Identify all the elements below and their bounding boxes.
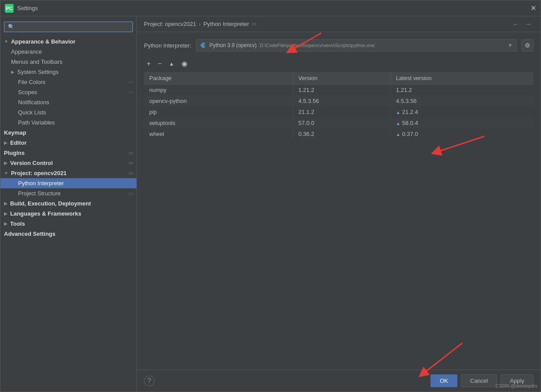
- sidebar-item-label: Advanced Settings: [4, 231, 133, 237]
- update-icon: ▲: [396, 110, 401, 115]
- expand-icon: ▶: [4, 211, 7, 216]
- show-package-button[interactable]: ◉: [179, 59, 190, 69]
- col-version[interactable]: Version: [293, 72, 390, 84]
- python-icon: [200, 42, 207, 49]
- package-latest: ▲21.2.4: [390, 106, 534, 117]
- sidebar-item-label: Tools: [10, 220, 133, 227]
- package-version: 0.36.2: [293, 128, 390, 139]
- packages-toolbar: + − ▲ ◉: [144, 59, 534, 69]
- table-row[interactable]: wheel0.36.2▲0.37.0: [144, 128, 534, 139]
- packages-table-body: numpy1.21.21.21.2opencv-python4.5.3.564.…: [144, 84, 534, 140]
- sidebar-item-notifications[interactable]: Notifications: [0, 97, 136, 107]
- nav-back-button[interactable]: ←: [511, 20, 521, 28]
- table-row[interactable]: numpy1.21.21.21.2: [144, 84, 534, 96]
- sidebar-item-label: Quick Lists: [18, 109, 133, 116]
- package-latest: 1.21.2: [390, 84, 534, 96]
- table-row[interactable]: setuptools57.0.0▲58.0.4: [144, 117, 534, 128]
- sidebar-item-label: Editor: [10, 139, 133, 146]
- sidebar-settings-icon: ▭: [129, 79, 133, 85]
- sidebar-item-advanced-settings[interactable]: Advanced Settings: [0, 229, 136, 239]
- expand-icon: ▶: [4, 201, 7, 206]
- help-button[interactable]: ?: [144, 376, 155, 386]
- sidebar-item-label: File Colors: [18, 79, 127, 85]
- sidebar-item-label: Path Variables: [18, 119, 133, 126]
- sidebar-item-python-interpreter[interactable]: Python Interpreter▭: [0, 178, 136, 188]
- interpreter-value: Python 3.9 (opencv) D:\CodeFile\pycharm\…: [210, 42, 506, 48]
- interpreter-select-display[interactable]: Python 3.9 (opencv) D:\CodeFile\pycharm\…: [196, 39, 517, 51]
- sidebar-item-appearance[interactable]: Appearance: [0, 47, 136, 57]
- sidebar-item-path-variables[interactable]: Path Variables: [0, 117, 136, 128]
- package-latest: ▲0.37.0: [390, 128, 534, 139]
- breadcrumb-separator: ›: [199, 21, 201, 27]
- search-input[interactable]: [4, 22, 133, 32]
- sidebar-item-quick-lists[interactable]: Quick Lists: [0, 107, 136, 117]
- watermark: CSDN @steveqobs: [495, 383, 537, 388]
- breadcrumb-icon: ▭: [252, 21, 256, 27]
- sidebar-item-label: Notifications: [18, 99, 133, 106]
- ok-button[interactable]: OK: [431, 374, 457, 387]
- table-row[interactable]: opencv-python4.5.3.564.5.3.56: [144, 95, 534, 106]
- sidebar-settings-icon: ▭: [129, 150, 133, 156]
- sidebar-item-plugins[interactable]: Plugins▭: [0, 148, 136, 158]
- sidebar-item-label: Plugins: [4, 150, 127, 156]
- breadcrumb-project[interactable]: Project: opencv2021: [144, 21, 196, 27]
- sidebar-item-languages-frameworks[interactable]: ▶Languages & Frameworks: [0, 209, 136, 219]
- breadcrumb-nav: ← →: [511, 20, 534, 28]
- right-panel: Project: opencv2021 › Python Interpreter…: [137, 16, 541, 392]
- cancel-button[interactable]: Cancel: [461, 374, 497, 387]
- interpreter-label: Python Interpreter:: [144, 42, 191, 49]
- window-title: Settings: [17, 5, 38, 11]
- nav-forward-button[interactable]: →: [523, 20, 534, 28]
- sidebar-item-label: Menus and Toolbars: [11, 59, 133, 65]
- package-version: 4.5.3.56: [293, 95, 390, 106]
- sidebar-item-label: Scopes: [18, 89, 127, 95]
- sidebar-item-menus-toolbars[interactable]: Menus and Toolbars: [0, 57, 136, 67]
- sidebar-item-file-colors[interactable]: File Colors▭: [0, 77, 136, 87]
- sidebar-item-version-control[interactable]: ▶Version Control▭: [0, 158, 136, 168]
- package-version: 21.1.2: [293, 106, 390, 117]
- breadcrumb-page[interactable]: Python Interpreter: [203, 21, 249, 27]
- sidebar-item-tools[interactable]: ▶Tools: [0, 219, 136, 229]
- interpreter-settings-button[interactable]: ⚙: [521, 39, 534, 51]
- sidebar-item-system-settings[interactable]: ▶System Settings: [0, 67, 136, 77]
- interpreter-row: Python Interpreter: Python 3.9 (opencv) …: [144, 39, 534, 51]
- package-name: pip: [144, 106, 293, 117]
- update-icon: ▲: [396, 121, 401, 126]
- sidebar-item-label: System Settings: [17, 69, 133, 75]
- sidebar-item-label: Project Structure: [18, 190, 127, 197]
- expand-icon: ▶: [4, 161, 7, 165]
- sidebar-item-label: Appearance: [11, 48, 133, 55]
- expand-icon: ▶: [4, 221, 7, 226]
- breadcrumb-bar: Project: opencv2021 › Python Interpreter…: [137, 16, 541, 32]
- dropdown-arrow-icon: ▼: [508, 42, 513, 48]
- col-latest[interactable]: Latest version: [390, 72, 534, 84]
- package-version: 57.0.0: [293, 117, 390, 128]
- expand-icon: ▼: [4, 171, 8, 176]
- add-package-button[interactable]: +: [144, 59, 153, 69]
- sidebar-item-project-opencv2021[interactable]: ▼Project: opencv2021▭: [0, 168, 136, 178]
- close-button[interactable]: ✕: [530, 4, 536, 12]
- package-latest: 4.5.3.56: [390, 95, 534, 106]
- bottom-bar: ? OK Cancel Apply: [137, 370, 541, 392]
- package-name: setuptools: [144, 117, 293, 128]
- search-box[interactable]: [4, 22, 133, 32]
- sidebar-item-label: Project: opencv2021: [11, 170, 127, 176]
- remove-package-button[interactable]: −: [155, 59, 164, 69]
- sidebar-item-build-execution-deployment[interactable]: ▶Build, Execution, Deployment: [0, 198, 136, 209]
- package-name: opencv-python: [144, 95, 293, 106]
- table-row[interactable]: pip21.1.2▲21.2.4: [144, 106, 534, 117]
- col-package[interactable]: Package: [144, 72, 293, 84]
- app-icon: PC: [5, 4, 14, 13]
- sidebar-item-scopes[interactable]: Scopes▭: [0, 87, 136, 97]
- package-name: numpy: [144, 84, 293, 96]
- sidebar-item-project-structure[interactable]: Project Structure▭: [0, 188, 136, 198]
- expand-icon: ▶: [11, 70, 15, 74]
- titlebar: PC Settings ✕: [0, 0, 541, 16]
- sidebar-item-appearance-behavior[interactable]: ▼Appearance & Behavior: [0, 37, 136, 47]
- sidebar-item-editor[interactable]: ▶Editor: [0, 138, 136, 148]
- packages-table: Package Version Latest version numpy1.21…: [144, 72, 534, 139]
- sidebar-item-keymap[interactable]: Keymap: [0, 128, 136, 138]
- update-icon: ▲: [396, 132, 401, 137]
- package-name: wheel: [144, 128, 293, 139]
- up-package-button[interactable]: ▲: [166, 59, 177, 69]
